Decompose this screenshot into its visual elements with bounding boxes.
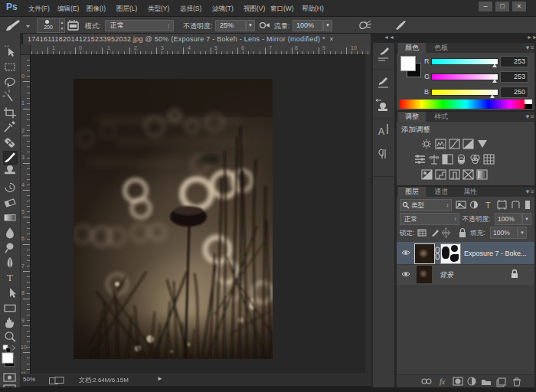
svg-text:T: T: [7, 273, 13, 284]
svg-text:fx: fx: [440, 377, 446, 386]
svg-text:T: T: [485, 201, 491, 210]
svg-text:A: A: [378, 126, 384, 137]
